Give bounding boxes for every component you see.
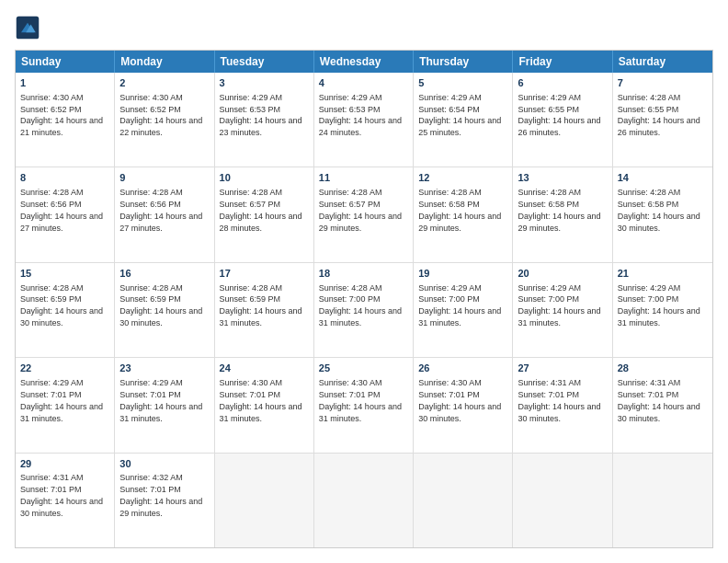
day-number: 28 [618, 362, 708, 375]
day-number: 23 [119, 362, 209, 375]
calendar-row: 22Sunrise: 4:29 AMSunset: 7:01 PMDayligh… [16, 357, 712, 452]
calendar-header-cell: Sunday [16, 51, 115, 73]
cell-info: Sunrise: 4:29 AMSunset: 7:00 PMDaylight:… [418, 283, 501, 327]
day-number: 14 [618, 171, 708, 185]
day-number: 5 [418, 76, 507, 90]
calendar-cell: 21Sunrise: 4:29 AMSunset: 7:00 PMDayligh… [613, 263, 712, 357]
cell-info: Sunrise: 4:29 AMSunset: 7:00 PMDaylight:… [518, 283, 600, 327]
calendar-header-cell: Saturday [613, 51, 712, 73]
calendar-cell: 13Sunrise: 4:28 AMSunset: 6:58 PMDayligh… [513, 167, 612, 261]
calendar-cell: 11Sunrise: 4:28 AMSunset: 6:57 PMDayligh… [314, 167, 414, 261]
calendar-cell-empty [314, 454, 414, 547]
day-number: 6 [518, 76, 607, 90]
calendar-cell: 23Sunrise: 4:29 AMSunset: 7:01 PMDayligh… [115, 358, 214, 452]
calendar-row: 15Sunrise: 4:28 AMSunset: 6:59 PMDayligh… [16, 262, 712, 357]
cell-info: Sunrise: 4:31 AMSunset: 7:01 PMDaylight:… [618, 378, 700, 422]
day-number: 22 [20, 362, 109, 375]
calendar-cell: 1Sunrise: 4:30 AMSunset: 6:52 PMDaylight… [16, 73, 115, 167]
calendar-cell: 28Sunrise: 4:31 AMSunset: 7:01 PMDayligh… [613, 358, 712, 452]
calendar-cell-empty [613, 454, 712, 547]
cell-info: Sunrise: 4:31 AMSunset: 7:01 PMDaylight:… [20, 473, 103, 517]
day-number: 27 [518, 362, 607, 375]
day-number: 26 [418, 362, 507, 375]
cell-info: Sunrise: 4:30 AMSunset: 6:52 PMDaylight:… [20, 93, 103, 137]
cell-info: Sunrise: 4:28 AMSunset: 6:59 PMDaylight:… [119, 283, 202, 327]
cell-info: Sunrise: 4:28 AMSunset: 6:59 PMDaylight:… [20, 283, 103, 327]
cell-info: Sunrise: 4:29 AMSunset: 6:53 PMDaylight:… [220, 93, 302, 137]
calendar-cell: 29Sunrise: 4:31 AMSunset: 7:01 PMDayligh… [16, 454, 115, 547]
calendar-row: 8Sunrise: 4:28 AMSunset: 6:56 PMDaylight… [16, 167, 712, 261]
day-number: 7 [618, 76, 708, 90]
calendar-cell: 26Sunrise: 4:30 AMSunset: 7:01 PMDayligh… [414, 358, 513, 452]
day-number: 4 [319, 76, 408, 90]
cell-info: Sunrise: 4:28 AMSunset: 6:56 PMDaylight:… [20, 188, 103, 232]
day-number: 20 [518, 267, 607, 281]
cell-info: Sunrise: 4:30 AMSunset: 7:01 PMDaylight:… [319, 378, 402, 422]
calendar-cell-empty [215, 454, 314, 547]
calendar-row: 29Sunrise: 4:31 AMSunset: 7:01 PMDayligh… [16, 453, 712, 547]
day-number: 30 [119, 457, 209, 471]
day-number: 29 [20, 457, 109, 471]
cell-info: Sunrise: 4:28 AMSunset: 6:57 PMDaylight:… [319, 188, 402, 232]
day-number: 15 [20, 267, 109, 281]
cell-info: Sunrise: 4:32 AMSunset: 7:01 PMDaylight:… [119, 473, 202, 517]
calendar-cell: 2Sunrise: 4:30 AMSunset: 6:52 PMDaylight… [115, 73, 214, 167]
cell-info: Sunrise: 4:29 AMSunset: 7:01 PMDaylight:… [20, 378, 103, 422]
calendar-cell: 17Sunrise: 4:28 AMSunset: 6:59 PMDayligh… [215, 263, 314, 357]
cell-info: Sunrise: 4:28 AMSunset: 6:58 PMDaylight:… [418, 188, 501, 232]
cell-info: Sunrise: 4:29 AMSunset: 7:01 PMDaylight:… [119, 378, 202, 422]
calendar-cell: 8Sunrise: 4:28 AMSunset: 6:56 PMDaylight… [16, 167, 115, 261]
day-number: 2 [119, 76, 209, 90]
day-number: 8 [20, 171, 109, 185]
day-number: 24 [220, 362, 309, 375]
day-number: 9 [119, 171, 209, 185]
cell-info: Sunrise: 4:28 AMSunset: 7:00 PMDaylight:… [319, 283, 402, 327]
day-number: 18 [319, 267, 408, 281]
calendar-cell: 5Sunrise: 4:29 AMSunset: 6:54 PMDaylight… [414, 73, 513, 167]
cell-info: Sunrise: 4:30 AMSunset: 7:01 PMDaylight:… [220, 378, 302, 422]
day-number: 19 [418, 267, 507, 281]
calendar-header-cell: Friday [513, 51, 612, 73]
day-number: 16 [119, 267, 209, 281]
logo-icon [15, 15, 40, 40]
cell-info: Sunrise: 4:28 AMSunset: 6:55 PMDaylight:… [618, 93, 700, 137]
day-number: 25 [319, 362, 408, 375]
logo [15, 15, 44, 40]
cell-info: Sunrise: 4:28 AMSunset: 6:59 PMDaylight:… [220, 283, 302, 327]
calendar-cell: 30Sunrise: 4:32 AMSunset: 7:01 PMDayligh… [115, 454, 214, 547]
calendar-cell: 12Sunrise: 4:28 AMSunset: 6:58 PMDayligh… [414, 167, 513, 261]
cell-info: Sunrise: 4:29 AMSunset: 6:54 PMDaylight:… [418, 93, 501, 137]
day-number: 12 [418, 171, 507, 185]
calendar-cell-empty [513, 454, 612, 547]
calendar-cell: 24Sunrise: 4:30 AMSunset: 7:01 PMDayligh… [215, 358, 314, 452]
cell-info: Sunrise: 4:28 AMSunset: 6:58 PMDaylight:… [618, 188, 700, 232]
calendar-header-cell: Wednesday [314, 51, 414, 73]
calendar-body: 1Sunrise: 4:30 AMSunset: 6:52 PMDaylight… [16, 73, 712, 547]
calendar-cell: 9Sunrise: 4:28 AMSunset: 6:56 PMDaylight… [115, 167, 214, 261]
calendar-header-cell: Thursday [414, 51, 513, 73]
cell-info: Sunrise: 4:29 AMSunset: 6:55 PMDaylight:… [518, 93, 600, 137]
day-number: 11 [319, 171, 408, 185]
cell-info: Sunrise: 4:28 AMSunset: 6:56 PMDaylight:… [119, 188, 202, 232]
calendar-cell: 7Sunrise: 4:28 AMSunset: 6:55 PMDaylight… [613, 73, 712, 167]
calendar-cell: 4Sunrise: 4:29 AMSunset: 6:53 PMDaylight… [314, 73, 414, 167]
page: SundayMondayTuesdayWednesdayThursdayFrid… [0, 0, 728, 563]
day-number: 13 [518, 171, 607, 185]
calendar-cell: 22Sunrise: 4:29 AMSunset: 7:01 PMDayligh… [16, 358, 115, 452]
day-number: 10 [220, 171, 309, 185]
calendar-cell: 6Sunrise: 4:29 AMSunset: 6:55 PMDaylight… [513, 73, 612, 167]
cell-info: Sunrise: 4:31 AMSunset: 7:01 PMDaylight:… [518, 378, 600, 422]
calendar-cell: 19Sunrise: 4:29 AMSunset: 7:00 PMDayligh… [414, 263, 513, 357]
calendar-cell: 18Sunrise: 4:28 AMSunset: 7:00 PMDayligh… [314, 263, 414, 357]
calendar-cell: 27Sunrise: 4:31 AMSunset: 7:01 PMDayligh… [513, 358, 612, 452]
calendar-header: SundayMondayTuesdayWednesdayThursdayFrid… [16, 51, 712, 73]
cell-info: Sunrise: 4:30 AMSunset: 7:01 PMDaylight:… [418, 378, 501, 422]
cell-info: Sunrise: 4:29 AMSunset: 7:00 PMDaylight:… [618, 283, 700, 327]
calendar-cell: 16Sunrise: 4:28 AMSunset: 6:59 PMDayligh… [115, 263, 214, 357]
calendar-header-cell: Tuesday [215, 51, 314, 73]
day-number: 17 [220, 267, 309, 281]
calendar-cell: 15Sunrise: 4:28 AMSunset: 6:59 PMDayligh… [16, 263, 115, 357]
calendar-cell: 10Sunrise: 4:28 AMSunset: 6:57 PMDayligh… [215, 167, 314, 261]
header [15, 15, 713, 40]
calendar-row: 1Sunrise: 4:30 AMSunset: 6:52 PMDaylight… [16, 73, 712, 167]
